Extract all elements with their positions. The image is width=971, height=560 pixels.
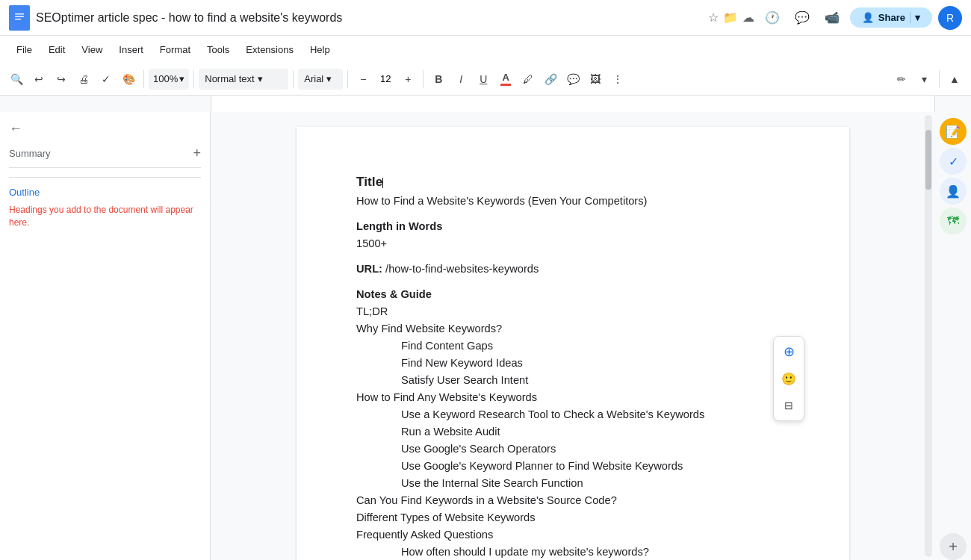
cloud-icon[interactable]: ☁: [742, 10, 754, 25]
menu-edit[interactable]: Edit: [41, 41, 72, 58]
doc-icon: [9, 5, 30, 31]
text-color-icon: A: [503, 72, 509, 83]
paint-format-button[interactable]: 🎨: [118, 69, 139, 90]
right-panel-person-icon[interactable]: 👤: [940, 178, 967, 205]
share-dropdown-arrow[interactable]: ▾: [910, 12, 920, 23]
bold-button[interactable]: B: [428, 69, 449, 90]
url-value: /how-to-find-websites-keywords: [385, 263, 539, 275]
user-avatar[interactable]: R: [938, 6, 962, 30]
menu-tools[interactable]: Tools: [199, 41, 237, 58]
title-actions: ☆ 📁 ☁: [708, 10, 754, 25]
menu-insert[interactable]: Insert: [111, 41, 151, 58]
font-size-control[interactable]: − +: [353, 69, 418, 90]
image-float-button[interactable]: ⊟: [777, 393, 801, 417]
toolbar: 🔍 ↩ ↪ 🖨 ✓ 🎨 100% ▾ Normal text ▾ Arial ▾…: [0, 63, 971, 96]
zoom-dropdown-icon: ▾: [179, 73, 184, 84]
text-color-button[interactable]: A: [495, 69, 516, 90]
format-style-value: Normal text: [205, 73, 254, 84]
star-icon[interactable]: ☆: [708, 10, 719, 25]
line-keyword-tool: Use a Keyword Research Tool to Check a W…: [356, 406, 789, 423]
image-button[interactable]: 🖼: [585, 69, 606, 90]
document-title[interactable]: SEOptimer article spec - how to find a w…: [36, 11, 699, 25]
menu-format[interactable]: Format: [152, 41, 198, 58]
line-source-code: Can You Find Keywords in a Website's Sou…: [356, 492, 789, 508]
undo-button[interactable]: ↩: [28, 69, 49, 90]
right-panel-blue-icon[interactable]: ✓: [940, 148, 967, 175]
redo-button[interactable]: ↪: [51, 69, 72, 90]
sidebar-divider: [9, 177, 201, 178]
doc-content[interactable]: Title How to Find a Website's Keywords (…: [356, 172, 789, 560]
line-website-audit: Run a Website Audit: [356, 423, 789, 440]
doc-area[interactable]: Title How to Find a Website's Keywords (…: [211, 112, 935, 560]
menu-help[interactable]: Help: [303, 41, 338, 58]
collapse-button[interactable]: ▲: [944, 69, 965, 90]
font-size-increase[interactable]: +: [397, 69, 418, 90]
pencil-dropdown[interactable]: ▾: [913, 69, 934, 90]
right-panel-yellow-icon[interactable]: 📝: [940, 118, 967, 145]
menu-file[interactable]: File: [9, 41, 40, 58]
title-bar: SEOptimer article spec - how to find a w…: [0, 0, 971, 36]
print-button[interactable]: 🖨: [73, 69, 94, 90]
toolbar-divider-2: [193, 70, 194, 88]
vertical-scrollbar-thumb[interactable]: [925, 130, 931, 190]
toolbar-divider-3: [293, 70, 294, 88]
meet-button[interactable]: 📹: [820, 6, 844, 30]
line-content-gaps: Find Content Gaps: [356, 337, 789, 354]
sidebar-add-button[interactable]: +: [193, 146, 201, 161]
link-button[interactable]: 🔗: [540, 69, 561, 90]
font-size-input[interactable]: [375, 73, 396, 84]
pencil-button[interactable]: ✏: [891, 69, 912, 90]
sidebar: ← Summary + Outline Headings you add to …: [0, 112, 211, 560]
more-button[interactable]: ⋮: [607, 69, 628, 90]
zoom-control[interactable]: 100% ▾: [149, 69, 189, 90]
menu-bar: File Edit View Insert Format Tools Exten…: [0, 36, 971, 63]
sidebar-back-button[interactable]: ←: [9, 121, 201, 137]
vertical-scrollbar-track[interactable]: [925, 115, 932, 557]
line-search-operators: Use Google's Search Operators: [356, 441, 789, 457]
search-button[interactable]: 🔍: [6, 69, 27, 90]
chat-button[interactable]: 💬: [790, 6, 814, 30]
history-button[interactable]: 🕐: [760, 6, 784, 30]
share-button[interactable]: 👤 Share ▾: [850, 7, 932, 28]
highlight-button[interactable]: 🖊: [518, 69, 539, 90]
notes-icon: 📝: [946, 125, 961, 139]
toolbar-divider-5: [423, 70, 424, 88]
font-size-decrease[interactable]: −: [353, 69, 373, 90]
format-style-arrow: ▾: [258, 73, 263, 84]
menu-extensions[interactable]: Extensions: [238, 41, 301, 58]
italic-button[interactable]: I: [450, 69, 471, 90]
font-family-select[interactable]: Arial ▾: [298, 69, 343, 90]
toolbar-divider-4: [347, 70, 348, 88]
underline-button[interactable]: U: [473, 69, 494, 90]
sidebar-summary-label: Summary: [9, 148, 51, 159]
spellcheck-button[interactable]: ✓: [96, 69, 117, 90]
ruler-ticks: [211, 96, 935, 112]
right-panel-add-button[interactable]: +: [940, 533, 967, 560]
menu-view[interactable]: View: [74, 41, 110, 58]
folder-icon[interactable]: 📁: [723, 10, 738, 25]
ruler: [0, 96, 971, 112]
title-section: Title: [356, 172, 789, 192]
format-style-select[interactable]: Normal text ▾: [199, 69, 288, 90]
text-color-underline: [500, 84, 511, 86]
floating-action-buttons: ⊕ 🙂 ⊟: [773, 336, 804, 421]
length-value: 1500+: [356, 235, 789, 252]
line-why: Why Find Website Keywords?: [356, 320, 789, 337]
notes-heading: Notes & Guide: [356, 286, 789, 302]
emoji-float-button[interactable]: 🙂: [777, 367, 801, 391]
add-comment-float-button[interactable]: ⊕: [777, 340, 801, 364]
svg-rect-1: [15, 13, 24, 15]
comment-button[interactable]: 💬: [562, 69, 583, 90]
line-how-to: How to Find Any Website's Keywords: [356, 389, 789, 405]
line-keyword-planner: Use Google's Keyword Planner to Find Web…: [356, 458, 789, 474]
line-keyword-ideas: Find New Keyword Ideas: [356, 355, 789, 371]
doc-container: Title How to Find a Website's Keywords (…: [211, 112, 935, 560]
sidebar-outline-label: Outline: [9, 187, 201, 198]
sidebar-summary-section: Summary +: [9, 146, 201, 168]
font-family-arrow: ▾: [326, 73, 332, 84]
title-info: SEOptimer article spec - how to find a w…: [36, 11, 699, 25]
line-internal-search: Use the Internal Site Search Function: [356, 475, 789, 491]
right-panel-map-icon[interactable]: 🗺: [940, 208, 967, 234]
zoom-value: 100%: [153, 73, 178, 84]
url-label: URL:: [356, 263, 382, 275]
